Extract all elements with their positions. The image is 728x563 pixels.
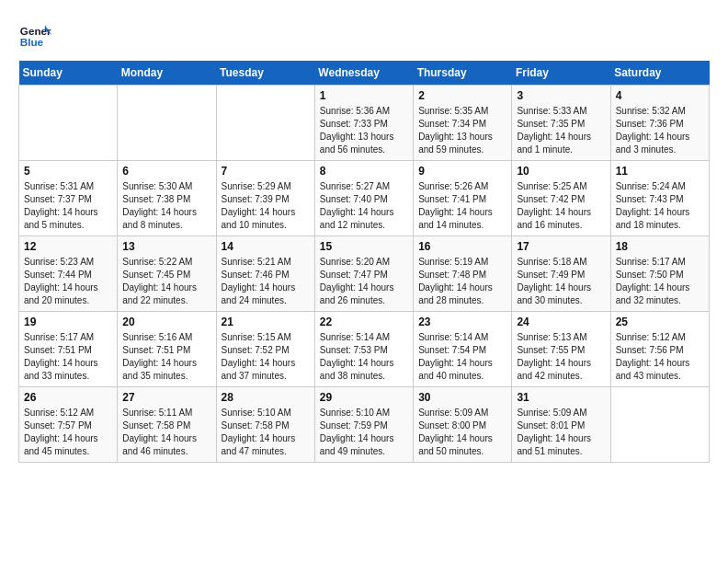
calendar-cell: 11Sunrise: 5:24 AMSunset: 7:43 PMDayligh… bbox=[610, 161, 709, 236]
day-info-line: Daylight: 14 hours and 43 minutes. bbox=[616, 357, 704, 383]
day-info-line: Daylight: 14 hours and 28 minutes. bbox=[418, 282, 506, 307]
day-number: 13 bbox=[122, 240, 210, 253]
calendar-cell: 3Sunrise: 5:33 AMSunset: 7:35 PMDaylight… bbox=[512, 86, 610, 161]
day-number: 18 bbox=[616, 240, 704, 253]
day-info-line: Sunrise: 5:27 AM bbox=[320, 180, 408, 193]
calendar-cell: 14Sunrise: 5:21 AMSunset: 7:46 PMDayligh… bbox=[216, 236, 314, 312]
weekday-header-monday: Monday bbox=[118, 61, 216, 86]
day-info-line: Sunset: 7:48 PM bbox=[418, 269, 506, 282]
day-info-line: Sunset: 7:58 PM bbox=[122, 419, 210, 432]
day-info-line: Daylight: 14 hours and 38 minutes. bbox=[320, 357, 408, 383]
weekday-header-saturday: Saturday bbox=[610, 61, 709, 86]
day-info-line: Sunset: 7:40 PM bbox=[320, 193, 408, 206]
calendar-cell: 22Sunrise: 5:14 AMSunset: 7:53 PMDayligh… bbox=[314, 312, 413, 387]
day-info-line: Sunrise: 5:17 AM bbox=[616, 256, 704, 269]
day-info-line: Sunset: 8:01 PM bbox=[517, 419, 605, 432]
day-info-line: Sunrise: 5:15 AM bbox=[222, 331, 310, 344]
day-number: 26 bbox=[24, 391, 112, 404]
day-info-line: Daylight: 14 hours and 35 minutes. bbox=[122, 357, 210, 383]
day-info-line: Daylight: 14 hours and 40 minutes. bbox=[418, 357, 506, 383]
day-info-line: Daylight: 14 hours and 30 minutes. bbox=[517, 282, 605, 307]
day-info-line: Sunrise: 5:09 AM bbox=[418, 407, 506, 419]
day-number: 7 bbox=[222, 165, 310, 178]
day-info-line: Sunset: 7:45 PM bbox=[122, 269, 210, 282]
day-info-line: Daylight: 14 hours and 20 minutes. bbox=[24, 282, 112, 307]
day-info-line: Daylight: 14 hours and 1 minute. bbox=[517, 131, 605, 156]
day-number: 28 bbox=[222, 391, 310, 404]
day-info-line: Daylight: 14 hours and 50 minutes. bbox=[418, 432, 506, 458]
week-row-1: 1Sunrise: 5:36 AMSunset: 7:33 PMDaylight… bbox=[19, 86, 710, 161]
day-info-line: Sunrise: 5:29 AM bbox=[222, 180, 310, 193]
calendar-cell: 24Sunrise: 5:13 AMSunset: 7:55 PMDayligh… bbox=[512, 312, 610, 387]
day-number: 4 bbox=[616, 89, 704, 102]
day-info-line: Daylight: 14 hours and 24 minutes. bbox=[222, 282, 310, 307]
day-info-line: Sunset: 7:50 PM bbox=[616, 269, 704, 282]
day-number: 16 bbox=[418, 240, 506, 253]
calendar-cell: 19Sunrise: 5:17 AMSunset: 7:51 PMDayligh… bbox=[19, 312, 118, 387]
calendar-cell: 30Sunrise: 5:09 AMSunset: 8:00 PMDayligh… bbox=[414, 387, 512, 463]
day-number: 31 bbox=[517, 391, 605, 404]
calendar-cell: 23Sunrise: 5:14 AMSunset: 7:54 PMDayligh… bbox=[414, 312, 512, 387]
day-info-line: Sunrise: 5:19 AM bbox=[418, 256, 506, 269]
day-number: 12 bbox=[24, 240, 112, 253]
day-info-line: Sunrise: 5:22 AM bbox=[122, 256, 210, 269]
calendar-cell bbox=[216, 86, 314, 161]
day-info-line: Sunrise: 5:12 AM bbox=[616, 331, 704, 344]
day-number: 17 bbox=[517, 240, 605, 253]
day-info-line: Daylight: 14 hours and 5 minutes. bbox=[24, 206, 112, 232]
week-row-5: 26Sunrise: 5:12 AMSunset: 7:57 PMDayligh… bbox=[19, 387, 710, 463]
calendar-cell: 29Sunrise: 5:10 AMSunset: 7:59 PMDayligh… bbox=[314, 387, 413, 463]
calendar-cell: 31Sunrise: 5:09 AMSunset: 8:01 PMDayligh… bbox=[512, 387, 610, 463]
calendar-cell: 9Sunrise: 5:26 AMSunset: 7:41 PMDaylight… bbox=[414, 161, 512, 236]
calendar-cell: 8Sunrise: 5:27 AMSunset: 7:40 PMDaylight… bbox=[314, 161, 413, 236]
day-info-line: Sunset: 7:43 PM bbox=[616, 193, 704, 206]
day-number: 19 bbox=[24, 316, 112, 328]
calendar-cell: 4Sunrise: 5:32 AMSunset: 7:36 PMDaylight… bbox=[610, 86, 709, 161]
day-info-line: Sunset: 7:58 PM bbox=[222, 419, 310, 432]
day-info-line: Sunrise: 5:23 AM bbox=[24, 256, 112, 269]
day-info-line: Sunrise: 5:13 AM bbox=[517, 331, 605, 344]
calendar-cell: 27Sunrise: 5:11 AMSunset: 7:58 PMDayligh… bbox=[118, 387, 216, 463]
day-info-line: Daylight: 13 hours and 59 minutes. bbox=[418, 131, 506, 156]
day-number: 30 bbox=[418, 391, 506, 404]
week-row-3: 12Sunrise: 5:23 AMSunset: 7:44 PMDayligh… bbox=[19, 236, 710, 312]
day-info-line: Sunset: 7:47 PM bbox=[320, 269, 408, 282]
day-info-line: Sunset: 7:52 PM bbox=[222, 344, 310, 357]
day-number: 11 bbox=[616, 165, 704, 178]
day-info-line: Daylight: 14 hours and 46 minutes. bbox=[122, 432, 210, 458]
day-info-line: Sunrise: 5:24 AM bbox=[616, 180, 704, 193]
calendar-cell: 6Sunrise: 5:30 AMSunset: 7:38 PMDaylight… bbox=[118, 161, 216, 236]
calendar-cell: 2Sunrise: 5:35 AMSunset: 7:34 PMDaylight… bbox=[414, 86, 512, 161]
calendar-cell: 16Sunrise: 5:19 AMSunset: 7:48 PMDayligh… bbox=[414, 236, 512, 312]
day-info-line: Sunrise: 5:25 AM bbox=[517, 180, 605, 193]
day-number: 21 bbox=[222, 316, 310, 328]
day-info-line: Sunrise: 5:36 AM bbox=[320, 105, 408, 118]
day-number: 10 bbox=[517, 165, 605, 178]
calendar-cell: 10Sunrise: 5:25 AMSunset: 7:42 PMDayligh… bbox=[512, 161, 610, 236]
day-number: 24 bbox=[517, 316, 605, 328]
day-info-line: Sunset: 7:36 PM bbox=[616, 118, 704, 131]
day-info-line: Sunset: 7:54 PM bbox=[418, 344, 506, 357]
day-info-line: Sunrise: 5:18 AM bbox=[517, 256, 605, 269]
weekday-header-wednesday: Wednesday bbox=[314, 61, 413, 86]
day-info-line: Daylight: 14 hours and 47 minutes. bbox=[222, 432, 310, 458]
day-info-line: Sunrise: 5:11 AM bbox=[122, 407, 210, 419]
day-info-line: Sunset: 7:34 PM bbox=[418, 118, 506, 131]
day-info-line: Daylight: 14 hours and 12 minutes. bbox=[320, 206, 408, 232]
day-info-line: Daylight: 14 hours and 45 minutes. bbox=[24, 432, 112, 458]
day-info-line: Sunrise: 5:30 AM bbox=[122, 180, 210, 193]
day-info-line: Daylight: 14 hours and 49 minutes. bbox=[320, 432, 408, 458]
svg-text:Blue: Blue bbox=[20, 36, 44, 48]
day-info-line: Daylight: 14 hours and 37 minutes. bbox=[222, 357, 310, 383]
day-info-line: Sunset: 8:00 PM bbox=[418, 419, 506, 432]
day-number: 23 bbox=[418, 316, 506, 328]
calendar-cell bbox=[610, 387, 709, 463]
calendar-cell: 13Sunrise: 5:22 AMSunset: 7:45 PMDayligh… bbox=[118, 236, 216, 312]
day-info-line: Sunrise: 5:10 AM bbox=[320, 407, 408, 419]
week-row-4: 19Sunrise: 5:17 AMSunset: 7:51 PMDayligh… bbox=[19, 312, 710, 387]
calendar-cell: 7Sunrise: 5:29 AMSunset: 7:39 PMDaylight… bbox=[216, 161, 314, 236]
day-info-line: Sunrise: 5:14 AM bbox=[320, 331, 408, 344]
day-number: 9 bbox=[418, 165, 506, 178]
day-info-line: Sunset: 7:46 PM bbox=[222, 269, 310, 282]
day-number: 22 bbox=[320, 316, 408, 328]
